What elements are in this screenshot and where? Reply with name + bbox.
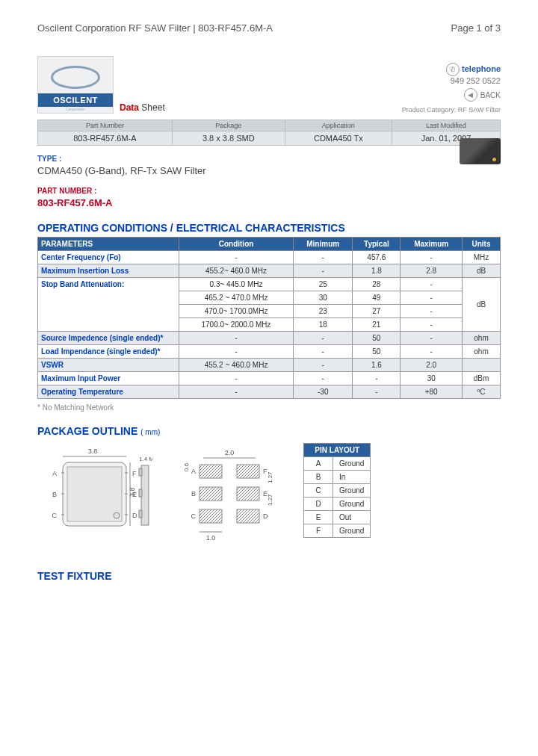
logo-ring-icon — [51, 66, 100, 89]
svg-rect-22 — [139, 510, 142, 518]
table-row: VSWR 455.2 ~ 460.0 MHz-1.62.0 — [38, 359, 501, 372]
back-arrow-icon: ◀ — [464, 88, 477, 102]
test-fixture-heading: TEST FIXTURE — [37, 570, 501, 582]
dim-width: 3.8 — [88, 447, 98, 455]
svg-text:C: C — [191, 512, 197, 520]
meta-h-app: Application — [285, 120, 392, 131]
telephone-label: telephone — [462, 64, 501, 73]
svg-rect-27 — [200, 487, 222, 501]
svg-text:B: B — [52, 491, 57, 498]
table-row: Stop Band Attenuation: 0.3~ 445.0 MHz 25… — [38, 278, 501, 291]
svg-text:1.0: 1.0 — [206, 534, 216, 542]
meta-app: CDMA450 Tx — [285, 131, 392, 146]
svg-text:F: F — [132, 470, 137, 477]
table-row: DGround — [304, 498, 371, 511]
spec-h-param: PARAMETERS — [38, 238, 179, 251]
meta-table: Part Number Package Application Last Mod… — [37, 120, 501, 146]
spec-h-max: Maximum — [401, 238, 463, 251]
spec-h-cond: Condition — [179, 238, 294, 251]
package-top-drawing: 3.8 A B C F E D 3.8 1.4 Max — [37, 443, 155, 557]
svg-text:D: D — [132, 512, 137, 519]
table-row: BIn — [304, 471, 371, 484]
contact-block: ✆ telephone 949 252 0522 ◀ BACK Product … — [402, 63, 501, 114]
phone-icon: ✆ — [446, 63, 460, 76]
svg-point-3 — [114, 512, 120, 518]
table-row: Maximum Insertion Loss 455.2~ 460.0 MHz … — [38, 264, 501, 278]
back-link[interactable]: ◀ BACK — [464, 88, 501, 102]
package-heading: PACKAGE OUTLINE ( mm) — [37, 425, 501, 437]
spec-footnote: * No Matching Network — [37, 403, 501, 412]
page-indicator: Page 1 of 3 — [451, 22, 501, 34]
table-row: Center Frequency (Fo) - - 457.6 - MHz — [38, 251, 501, 264]
table-row: EOut — [304, 511, 371, 524]
spec-h-min: Minimum — [294, 238, 353, 251]
svg-text:2.0: 2.0 — [225, 449, 235, 456]
table-row: CGround — [304, 484, 371, 498]
svg-text:A: A — [191, 468, 196, 475]
pin-layout-block: PIN LAYOUT AGround BIn CGround DGround E… — [303, 443, 371, 538]
svg-rect-35 — [237, 509, 259, 523]
svg-text:C: C — [52, 512, 58, 519]
meta-h-package: Package — [172, 120, 285, 131]
svg-text:1.27: 1.27 — [267, 494, 273, 506]
svg-rect-2 — [67, 467, 122, 521]
svg-rect-21 — [139, 489, 142, 497]
brand-sub: Corporation — [38, 107, 113, 113]
meta-package: 3.8 x 3.8 SMD — [172, 131, 285, 146]
svg-text:B: B — [191, 490, 196, 498]
svg-rect-33 — [237, 487, 259, 501]
brand-block: OSCILENT Corporation Data Sheet — [37, 56, 165, 114]
svg-rect-29 — [200, 509, 222, 523]
meta-h-part: Part Number — [38, 120, 173, 131]
svg-rect-20 — [139, 468, 142, 476]
page-header: Oscilent Corporation RF SAW Filter | 803… — [37, 22, 501, 34]
type-value: CDMA450 (G-Band), RF-Tx SAW Filter — [37, 165, 501, 176]
svg-rect-31 — [237, 465, 259, 478]
spec-h-typ: Typical — [353, 238, 401, 251]
table-row: Maximum Input Power ---30dBm — [38, 372, 501, 385]
pin-layout-table: PIN LAYOUT AGround BIn CGround DGround E… — [303, 443, 371, 538]
meta-h-mod: Last Modified — [392, 120, 501, 131]
brand-name: OSCILENT — [38, 93, 113, 107]
pn-value: 803-RF457.6M-A — [37, 197, 501, 208]
svg-text:1.27: 1.27 — [267, 471, 273, 483]
svg-text:3.8: 3.8 — [129, 487, 136, 497]
svg-text:0.6: 0.6 — [183, 462, 190, 471]
telephone-number: 949 252 0522 — [402, 76, 501, 85]
svg-text:1.4 Max: 1.4 Max — [139, 456, 152, 462]
table-row: AGround — [304, 457, 371, 471]
package-footprint-drawing: 2.0 A B C F E D 0.6 1.27 1.27 1.0 — [170, 443, 288, 557]
spec-h-units: Units — [463, 238, 501, 251]
spec-heading: OPERATING CONDITIONS / ELECTRICAL CHARAC… — [37, 222, 501, 234]
type-label: TYPE : — [37, 155, 501, 163]
product-category: Product Category: RF SAW Filter — [402, 106, 501, 114]
table-row: FGround — [304, 524, 371, 538]
svg-text:D: D — [263, 512, 268, 520]
meta-part: 803-RF457.6M-A — [38, 131, 173, 146]
spec-table: PARAMETERS Condition Minimum Typical Max… — [37, 237, 501, 399]
table-row: Operating Temperature --30-+80ºC — [38, 385, 501, 399]
logo: OSCILENT Corporation — [37, 56, 114, 114]
pin-header: PIN LAYOUT — [304, 444, 371, 457]
svg-text:A: A — [52, 470, 57, 477]
datasheet-label: Data Sheet — [120, 100, 165, 114]
pn-label: PART NUMBER : — [37, 187, 501, 195]
doc-title: Oscilent Corporation RF SAW Filter | 803… — [37, 22, 273, 34]
svg-rect-25 — [200, 465, 222, 478]
table-row: Load Impendance (single ended)* --50-ohm — [38, 345, 501, 359]
table-row: Source Impedence (single ended)* --50-oh… — [38, 332, 501, 345]
component-photo — [460, 138, 501, 164]
